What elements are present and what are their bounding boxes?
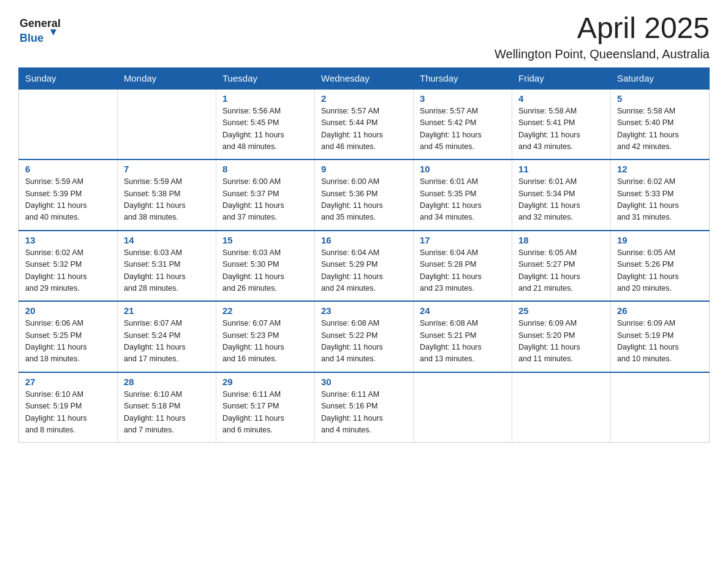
svg-text:Blue: Blue <box>20 32 44 44</box>
day-number: 20 <box>25 305 111 316</box>
day-number: 15 <box>222 235 308 245</box>
calendar-cell: 10Sunrise: 6:01 AMSunset: 5:35 PMDayligh… <box>414 159 512 231</box>
week-row-2: 6Sunrise: 5:59 AMSunset: 5:39 PMDaylight… <box>19 159 710 231</box>
day-number: 27 <box>25 377 111 387</box>
day-info: Sunrise: 6:11 AMSunset: 5:16 PMDaylight:… <box>321 389 407 437</box>
calendar-cell: 15Sunrise: 6:03 AMSunset: 5:30 PMDayligh… <box>216 231 315 302</box>
day-number: 23 <box>321 305 407 316</box>
day-info: Sunrise: 5:57 AMSunset: 5:42 PMDaylight:… <box>420 105 506 153</box>
week-row-1: 1Sunrise: 5:56 AMSunset: 5:45 PMDaylight… <box>19 89 710 160</box>
day-info: Sunrise: 6:09 AMSunset: 5:20 PMDaylight:… <box>518 318 604 366</box>
calendar-cell: 18Sunrise: 6:05 AMSunset: 5:27 PMDayligh… <box>512 231 611 302</box>
location: Wellington Point, Queensland, Australia <box>495 47 710 61</box>
day-number: 2 <box>321 93 407 104</box>
weekday-header-monday: Monday <box>118 67 216 89</box>
day-info: Sunrise: 5:57 AMSunset: 5:44 PMDaylight:… <box>321 105 407 153</box>
day-number: 24 <box>420 305 506 316</box>
day-number: 10 <box>420 164 506 174</box>
day-info: Sunrise: 6:04 AMSunset: 5:28 PMDaylight:… <box>420 247 506 295</box>
calendar-cell: 22Sunrise: 6:07 AMSunset: 5:23 PMDayligh… <box>216 301 315 372</box>
weekday-header-wednesday: Wednesday <box>315 67 414 89</box>
calendar-cell: 19Sunrise: 6:05 AMSunset: 5:26 PMDayligh… <box>611 231 710 302</box>
day-info: Sunrise: 6:03 AMSunset: 5:31 PMDaylight:… <box>124 247 210 295</box>
day-number: 22 <box>222 305 308 316</box>
calendar-cell: 30Sunrise: 6:11 AMSunset: 5:16 PMDayligh… <box>315 372 414 443</box>
month-year: April 2025 <box>495 12 710 45</box>
calendar-cell: 29Sunrise: 6:11 AMSunset: 5:17 PMDayligh… <box>216 372 315 443</box>
day-number: 6 <box>25 164 111 174</box>
day-info: Sunrise: 6:00 AMSunset: 5:37 PMDaylight:… <box>222 176 308 224</box>
logo: General Blue <box>18 12 61 46</box>
day-number: 5 <box>617 93 703 104</box>
day-info: Sunrise: 6:05 AMSunset: 5:26 PMDaylight:… <box>617 247 703 295</box>
day-info: Sunrise: 5:56 AMSunset: 5:45 PMDaylight:… <box>222 105 308 153</box>
day-info: Sunrise: 6:07 AMSunset: 5:24 PMDaylight:… <box>124 318 210 366</box>
calendar-cell: 11Sunrise: 6:01 AMSunset: 5:34 PMDayligh… <box>512 159 611 231</box>
calendar-cell: 16Sunrise: 6:04 AMSunset: 5:29 PMDayligh… <box>315 231 414 302</box>
day-info: Sunrise: 5:59 AMSunset: 5:38 PMDaylight:… <box>124 176 210 224</box>
day-number: 17 <box>420 235 506 245</box>
calendar-cell: 4Sunrise: 5:58 AMSunset: 5:41 PMDaylight… <box>512 89 611 160</box>
day-info: Sunrise: 6:03 AMSunset: 5:30 PMDaylight:… <box>222 247 308 295</box>
day-info: Sunrise: 6:08 AMSunset: 5:21 PMDaylight:… <box>420 318 506 366</box>
day-info: Sunrise: 6:11 AMSunset: 5:17 PMDaylight:… <box>222 389 308 437</box>
day-info: Sunrise: 6:07 AMSunset: 5:23 PMDaylight:… <box>222 318 308 366</box>
weekday-header-row: SundayMondayTuesdayWednesdayThursdayFrid… <box>19 67 710 89</box>
week-row-5: 27Sunrise: 6:10 AMSunset: 5:19 PMDayligh… <box>19 372 710 443</box>
day-info: Sunrise: 5:58 AMSunset: 5:41 PMDaylight:… <box>518 105 604 153</box>
calendar-cell: 23Sunrise: 6:08 AMSunset: 5:22 PMDayligh… <box>315 301 414 372</box>
weekday-header-sunday: Sunday <box>19 67 118 89</box>
weekday-header-tuesday: Tuesday <box>216 67 315 89</box>
day-number: 19 <box>617 235 703 245</box>
day-info: Sunrise: 6:10 AMSunset: 5:18 PMDaylight:… <box>124 389 210 437</box>
day-info: Sunrise: 6:02 AMSunset: 5:33 PMDaylight:… <box>617 176 703 224</box>
day-info: Sunrise: 6:08 AMSunset: 5:22 PMDaylight:… <box>321 318 407 366</box>
calendar-cell: 2Sunrise: 5:57 AMSunset: 5:44 PMDaylight… <box>315 89 414 160</box>
day-number: 21 <box>124 305 210 316</box>
calendar-cell: 1Sunrise: 5:56 AMSunset: 5:45 PMDaylight… <box>216 89 315 160</box>
svg-marker-1 <box>50 29 56 36</box>
calendar-cell: 24Sunrise: 6:08 AMSunset: 5:21 PMDayligh… <box>414 301 512 372</box>
calendar-cell: 8Sunrise: 6:00 AMSunset: 5:37 PMDaylight… <box>216 159 315 231</box>
day-info: Sunrise: 5:59 AMSunset: 5:39 PMDaylight:… <box>25 176 111 224</box>
day-number: 25 <box>518 305 604 316</box>
calendar-cell: 21Sunrise: 6:07 AMSunset: 5:24 PMDayligh… <box>118 301 216 372</box>
day-info: Sunrise: 6:06 AMSunset: 5:25 PMDaylight:… <box>25 318 111 366</box>
calendar-cell: 5Sunrise: 5:58 AMSunset: 5:40 PMDaylight… <box>611 89 710 160</box>
calendar-cell: 25Sunrise: 6:09 AMSunset: 5:20 PMDayligh… <box>512 301 611 372</box>
day-number: 7 <box>124 164 210 174</box>
day-info: Sunrise: 6:02 AMSunset: 5:32 PMDaylight:… <box>25 247 111 295</box>
calendar-cell <box>611 372 710 443</box>
calendar-cell: 20Sunrise: 6:06 AMSunset: 5:25 PMDayligh… <box>19 301 118 372</box>
day-number: 3 <box>420 93 506 104</box>
calendar-cell <box>512 372 611 443</box>
calendar-cell: 28Sunrise: 6:10 AMSunset: 5:18 PMDayligh… <box>118 372 216 443</box>
calendar-cell <box>414 372 512 443</box>
calendar-cell: 27Sunrise: 6:10 AMSunset: 5:19 PMDayligh… <box>19 372 118 443</box>
day-number: 29 <box>222 377 308 387</box>
calendar-cell: 7Sunrise: 5:59 AMSunset: 5:38 PMDaylight… <box>118 159 216 231</box>
calendar-table: SundayMondayTuesdayWednesdayThursdayFrid… <box>18 67 710 443</box>
svg-text:General: General <box>20 17 61 29</box>
calendar-cell: 9Sunrise: 6:00 AMSunset: 5:36 PMDaylight… <box>315 159 414 231</box>
calendar-cell <box>19 89 118 160</box>
day-number: 12 <box>617 164 703 174</box>
day-number: 18 <box>518 235 604 245</box>
day-info: Sunrise: 6:04 AMSunset: 5:29 PMDaylight:… <box>321 247 407 295</box>
calendar-cell: 26Sunrise: 6:09 AMSunset: 5:19 PMDayligh… <box>611 301 710 372</box>
title-block: April 2025 Wellington Point, Queensland,… <box>495 12 710 61</box>
week-row-3: 13Sunrise: 6:02 AMSunset: 5:32 PMDayligh… <box>19 231 710 302</box>
day-number: 1 <box>222 93 308 104</box>
page-header: General Blue April 2025 Wellington Point… <box>18 12 710 61</box>
weekday-header-friday: Friday <box>512 67 611 89</box>
calendar-cell: 6Sunrise: 5:59 AMSunset: 5:39 PMDaylight… <box>19 159 118 231</box>
day-number: 11 <box>518 164 604 174</box>
weekday-header-thursday: Thursday <box>414 67 512 89</box>
calendar-cell: 14Sunrise: 6:03 AMSunset: 5:31 PMDayligh… <box>118 231 216 302</box>
logo-svg: General Blue <box>18 12 61 46</box>
day-number: 26 <box>617 305 703 316</box>
day-number: 16 <box>321 235 407 245</box>
week-row-4: 20Sunrise: 6:06 AMSunset: 5:25 PMDayligh… <box>19 301 710 372</box>
day-info: Sunrise: 6:01 AMSunset: 5:34 PMDaylight:… <box>518 176 604 224</box>
day-info: Sunrise: 5:58 AMSunset: 5:40 PMDaylight:… <box>617 105 703 153</box>
